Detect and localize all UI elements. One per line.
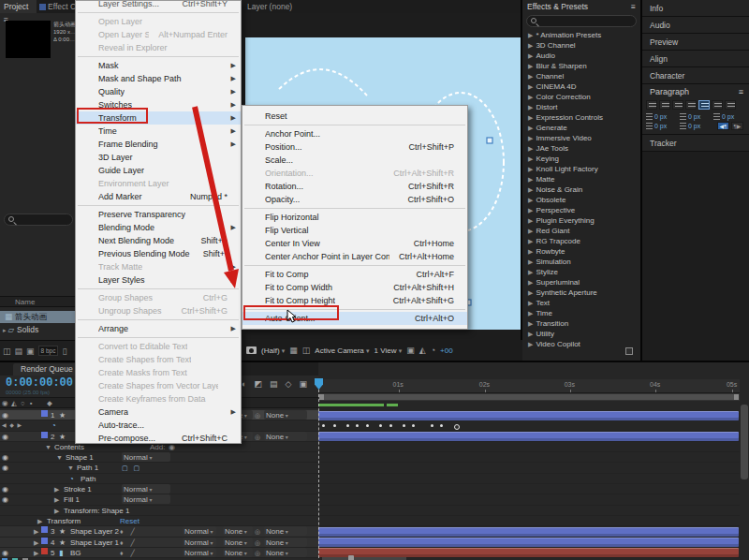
menu-item[interactable]: Mask and Shape Path ▶ [76,72,241,85]
menu-item[interactable]: Fit to Comp Ctrl+Alt+F [242,268,467,281]
align-left-button[interactable] [646,100,657,110]
menu-item[interactable]: Mask ▶ [76,59,241,72]
menu-item[interactable]: Switches ▶ [76,98,241,111]
layer-name[interactable]: Transform [47,516,81,526]
menu-item[interactable]: Preserve Transparency [76,208,241,221]
keyframe-include-icons[interactable]: ▢ ▢ [122,463,141,473]
transparency-grid-icon[interactable]: ◭ [419,346,426,355]
track-matte-dropdown[interactable]: None [223,548,253,557]
twirl-icon[interactable]: ▶ [528,300,533,306]
blend-mode-dropdown[interactable]: Normal [122,452,170,462]
magnification-dropdown[interactable]: (Half) ▾ [261,346,285,355]
parent-dropdown[interactable]: None [264,410,307,420]
layer-name[interactable]: Fill 1 [64,494,80,505]
composition-mini-flowchart-icon[interactable]: ◐ [242,379,246,389]
menu-item[interactable]: Center In View Ctrl+Home [242,237,467,250]
twirl-icon[interactable]: ▶ [528,279,533,286]
effects-category[interactable]: ▶Channel [522,71,640,81]
timeline-row[interactable]: ◉ ▼ Shape 1 Normal [0,452,318,463]
layer-name[interactable]: Shape 1 [66,452,94,463]
effects-category[interactable]: ▶Knoll Light Factory [522,164,640,174]
menu-item[interactable]: Open Layer [76,15,241,28]
eye-icon[interactable]: ◉ [2,410,8,420]
twirl-icon[interactable]: ▶ [528,94,533,100]
justify-last-right-button[interactable] [712,100,723,110]
project-name-column-header[interactable]: Name [0,296,77,307]
eye-icon[interactable]: ◉ [2,548,8,558]
project-item[interactable]: ▦箭头动画 [0,311,77,323]
parent-pickwhip-icon[interactable]: ◎ [255,410,260,420]
project-item[interactable]: ▸▱Solids [0,324,77,336]
work-area-end-handle[interactable] [734,394,739,400]
twirl-icon[interactable]: ▶ [528,289,533,296]
effects-category[interactable]: ▶Synthetic Aperture [522,287,640,298]
paragraph-panel-title[interactable]: Paragraph [650,84,689,99]
effects-category[interactable]: ▶Utility [522,329,640,339]
effects-category[interactable]: ▶3D Channel [522,40,640,51]
blend-mode-dropdown[interactable]: Normal [122,484,170,494]
work-area-bar[interactable] [318,393,740,401]
effects-category[interactable]: ▶Time [522,308,640,318]
menu-item[interactable]: Create Keyframes from Data [76,392,241,405]
justify-last-center-button[interactable] [698,100,710,110]
effects-category[interactable]: ▶Immersive Video [522,133,640,143]
tab-render-queue[interactable]: Render Queue [13,363,81,376]
twirl-icon[interactable]: ▶ [528,207,533,214]
effects-category[interactable]: ▶Noise & Grain [522,184,640,195]
twirl-icon[interactable]: ▶ [528,217,533,224]
twirl-icon[interactable]: ▶ [528,331,533,337]
justify-last-left-button[interactable] [685,100,697,110]
keyframe-nav-icons[interactable]: ◀ ◆ ▶ [2,420,22,431]
exposure-control[interactable]: +00 [440,346,453,355]
indent-right-field[interactable]: 0 px [680,113,713,120]
effects-category[interactable]: ▶Rowbyte [522,246,640,257]
pixel-aspect-icon[interactable]: ◔ [431,346,435,355]
layer-name[interactable]: Stroke 1 [64,484,92,494]
menu-item[interactable]: Position... Ctrl+Shift+P [242,140,467,154]
frame-blending-icon[interactable]: ◇ [285,379,291,389]
region-of-interest-icon[interactable]: ▣ [406,346,415,355]
panel-menu-icon[interactable]: ≡ [739,84,743,99]
project-search-input[interactable] [4,214,73,226]
menu-item[interactable]: Quality ▶ [76,85,241,98]
indent-left-field[interactable]: 0 px [646,113,680,120]
align-right-button[interactable] [672,100,683,110]
effects-category[interactable]: ▶Blur & Sharpen [522,61,640,71]
parent-dropdown[interactable]: None [264,526,307,536]
camera-view-dropdown[interactable]: Active Camera ▾ [315,346,369,355]
stopwatch-icon[interactable]: ◔ [51,420,56,431]
twirl-icon[interactable]: ▶ [528,166,533,172]
parent-dropdown[interactable]: None [264,538,307,547]
menu-item[interactable]: Create Shapes from Text [76,353,241,366]
timeline-row[interactable]: ◉ ▼ Path 1 ▢ ▢ [0,463,318,473]
first-line-indent-field[interactable]: 0 px [646,122,680,130]
twirl-icon[interactable]: ▶ [34,548,38,558]
effects-category[interactable]: ▶Video Copilot [522,339,640,349]
effects-category[interactable]: ▶Perspective [522,205,640,215]
timeline-row[interactable]: ▶ 4 ★ Shape Layer 1 ♦ ╱ Normal None ◎ No… [0,538,318,548]
lock-column-icon[interactable]: ▪ [30,398,33,409]
effects-category[interactable]: ▶Obsolete [522,195,640,205]
menu-item[interactable]: Auto-trace... [76,419,241,432]
parent-pickwhip-icon[interactable]: ◎ [255,538,260,548]
space-after-field[interactable]: 0 px [680,122,713,130]
twirl-icon[interactable]: ▶ [528,320,533,327]
text-direction-rtl-button[interactable]: ¶▶ [731,122,743,130]
menu-item[interactable]: Arrange ▶ [76,322,241,335]
track-matte-dropdown[interactable]: None [223,526,253,536]
text-direction-ltr-button[interactable]: ◀¶ [717,122,729,130]
menu-item[interactable]: Rotation... Ctrl+Shift+R [242,180,467,193]
menu-item[interactable]: Create Shapes from Vector Layer [76,379,241,392]
timeline-row[interactable]: ▶ Transform Reset [0,516,318,526]
timeline-scrollbar[interactable] [741,405,748,479]
twirl-icon[interactable]: ▶ [528,176,533,183]
parent-pickwhip-icon[interactable]: ◎ [255,432,260,442]
twirl-icon[interactable]: ▶ [54,484,59,494]
layer-name[interactable]: Shape Layer 1 [70,538,119,548]
grid-guides-icon[interactable]: ▦ [289,346,298,355]
track-matte-dropdown[interactable]: None [223,538,253,547]
menu-item[interactable]: Pre-compose... Ctrl+Shift+C [76,432,241,445]
audio-column-icon[interactable]: ◭ [11,398,17,409]
menu-item[interactable]: Layer Settings... Ctrl+Shift+Y [76,1,241,10]
menu-item[interactable]: Blending Mode ▶ [76,221,241,234]
